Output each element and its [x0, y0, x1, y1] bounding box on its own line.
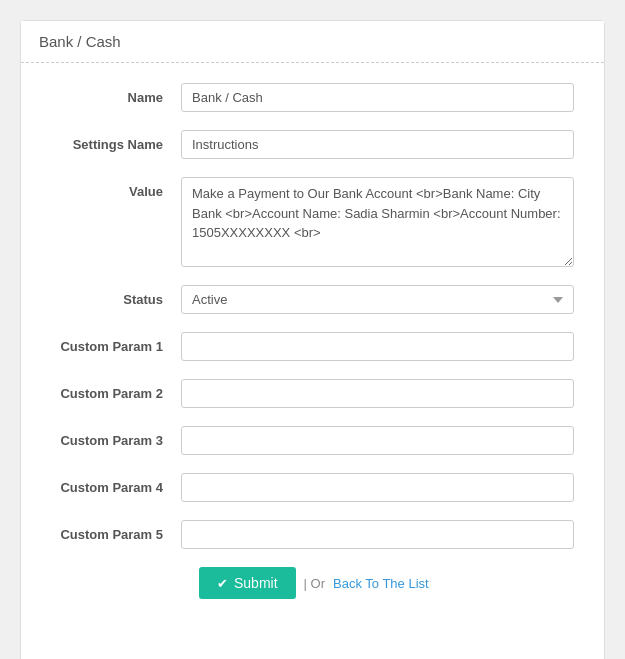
- custom-param1-input[interactable]: [181, 332, 574, 361]
- submit-label: Submit: [234, 575, 278, 591]
- card-title: Bank / Cash: [39, 33, 121, 50]
- name-label: Name: [51, 83, 181, 105]
- custom-param5-label: Custom Param 5: [51, 520, 181, 542]
- settings-name-group: Settings Name: [51, 130, 574, 159]
- custom-param2-label: Custom Param 2: [51, 379, 181, 401]
- settings-name-label: Settings Name: [51, 130, 181, 152]
- custom-param3-group: Custom Param 3: [51, 426, 574, 455]
- custom-param2-group: Custom Param 2: [51, 379, 574, 408]
- custom-param4-input[interactable]: [181, 473, 574, 502]
- back-to-list-link[interactable]: Back To The List: [333, 576, 429, 591]
- custom-param5-group: Custom Param 5: [51, 520, 574, 549]
- custom-param2-input[interactable]: [181, 379, 574, 408]
- settings-name-input[interactable]: [181, 130, 574, 159]
- custom-param3-input[interactable]: [181, 426, 574, 455]
- name-group: Name: [51, 83, 574, 112]
- name-input[interactable]: [181, 83, 574, 112]
- custom-param4-label: Custom Param 4: [51, 473, 181, 495]
- form-actions: ✔ Submit | Or Back To The List: [51, 567, 574, 599]
- status-group: Status Active Inactive: [51, 285, 574, 314]
- value-group: Value Make a Payment to Our Bank Account…: [51, 177, 574, 267]
- custom-param4-group: Custom Param 4: [51, 473, 574, 502]
- custom-param1-label: Custom Param 1: [51, 332, 181, 354]
- custom-param1-group: Custom Param 1: [51, 332, 574, 361]
- card-body: Name Settings Name Value Make a Payment …: [21, 63, 604, 629]
- submit-button[interactable]: ✔ Submit: [199, 567, 296, 599]
- status-label: Status: [51, 285, 181, 307]
- custom-param5-input[interactable]: [181, 520, 574, 549]
- custom-param3-label: Custom Param 3: [51, 426, 181, 448]
- card-header: Bank / Cash: [21, 21, 604, 63]
- value-textarea[interactable]: Make a Payment to Our Bank Account <br>B…: [181, 177, 574, 267]
- status-select[interactable]: Active Inactive: [181, 285, 574, 314]
- checkmark-icon: ✔: [217, 576, 228, 591]
- value-label: Value: [51, 177, 181, 199]
- or-separator: | Or: [304, 576, 325, 591]
- bank-cash-card: Bank / Cash Name Settings Name Value Mak…: [20, 20, 605, 659]
